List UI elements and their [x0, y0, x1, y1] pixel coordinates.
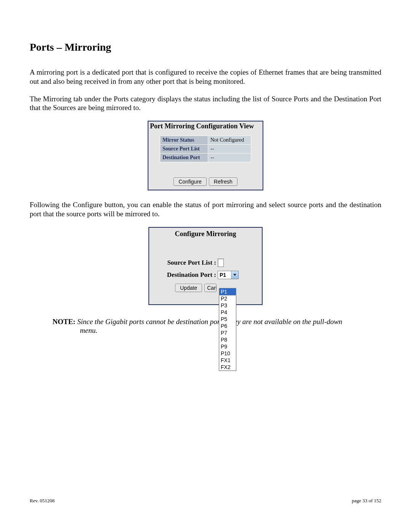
destination-port-form-label: Destination Port :: [155, 271, 218, 279]
destination-port-select[interactable]: P1: [218, 271, 239, 279]
dropdown-option[interactable]: FX1: [219, 357, 236, 364]
configure-mirroring-panel: Configure Mirroring Source Port List : D…: [148, 227, 263, 305]
intro-paragraph-1: A mirroring port is a dedicated port tha…: [30, 68, 381, 86]
source-port-list-label: Source Port List: [160, 145, 208, 153]
port-mirroring-view-panel: Port Mirroring Configuration View Mirror…: [148, 121, 263, 190]
destination-port-value: --: [208, 153, 251, 162]
mirror-status-value: Not Configured: [208, 136, 251, 145]
refresh-button[interactable]: Refresh: [209, 177, 237, 186]
destination-port-selected: P1: [218, 271, 231, 279]
dropdown-option[interactable]: P8: [219, 336, 236, 343]
footer-page-number: page 33 of 152: [352, 498, 381, 504]
dropdown-option[interactable]: FX2: [219, 364, 236, 371]
source-port-list-form-label: Source Port List :: [155, 259, 218, 267]
dropdown-option[interactable]: P10: [219, 350, 236, 357]
svg-marker-0: [233, 274, 236, 276]
view-panel-title: Port Mirroring Configuration View: [148, 121, 263, 136]
dropdown-option[interactable]: P2: [219, 295, 236, 302]
table-row: Destination Port --: [160, 153, 251, 162]
note-label: NOTE:: [53, 318, 77, 326]
intro-paragraph-3: Following the Configure button, you can …: [30, 200, 381, 219]
dropdown-option[interactable]: P3: [219, 302, 236, 309]
chevron-down-icon: [231, 271, 238, 279]
footer-revision: Rev. 051208: [30, 498, 55, 504]
page-title: Ports – Mirroring: [30, 41, 381, 53]
dropdown-option[interactable]: P9: [219, 343, 236, 350]
dropdown-option[interactable]: P5: [219, 316, 236, 323]
table-row: Source Port List --: [160, 145, 251, 153]
configure-panel-title: Configure Mirroring: [149, 228, 262, 259]
cancel-button[interactable]: Cancel: [204, 284, 217, 292]
update-button[interactable]: Update: [175, 284, 202, 292]
source-port-list-value: --: [208, 145, 251, 153]
dropdown-option[interactable]: P1: [219, 288, 236, 296]
dropdown-option[interactable]: P4: [219, 309, 236, 316]
destination-port-dropdown[interactable]: P1 P2 P3 P4 P5 P6 P7 P8 P9 P10 FX1 FX2: [219, 288, 236, 371]
configure-button[interactable]: Configure: [174, 177, 207, 186]
note-block: NOTE: Since the Gigabit ports cannot be …: [53, 317, 381, 335]
destination-port-label: Destination Port: [160, 153, 208, 162]
dropdown-option[interactable]: P7: [219, 329, 236, 336]
note-text-line1: Since the Gigabit ports cannot be destin…: [77, 318, 342, 326]
intro-paragraph-2: The Mirroring tab under the Ports catego…: [30, 94, 381, 113]
table-row: Mirror Status Not Configured: [160, 136, 251, 145]
mirroring-status-table: Mirror Status Not Configured Source Port…: [160, 136, 251, 162]
source-port-list-input[interactable]: [218, 259, 224, 267]
dropdown-option[interactable]: P6: [219, 323, 236, 329]
mirror-status-label: Mirror Status: [160, 136, 208, 145]
